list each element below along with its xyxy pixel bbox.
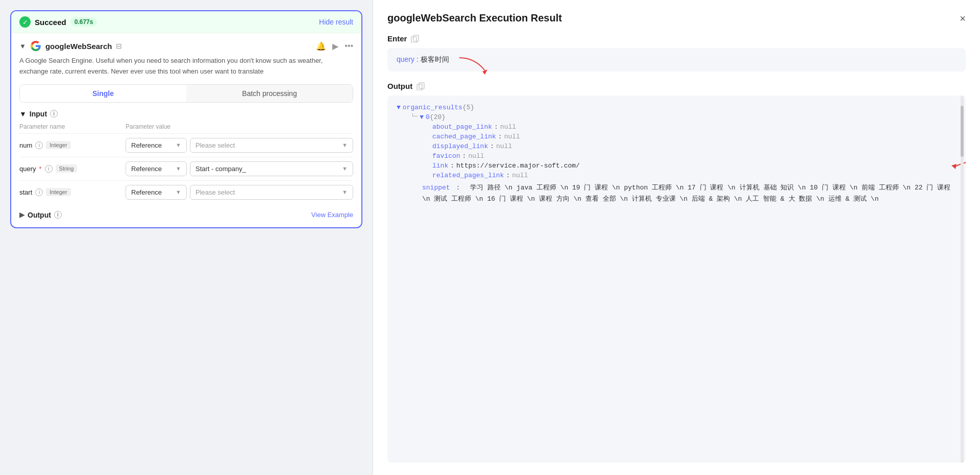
field-val-5: null	[512, 172, 528, 179]
param-num-value-chevron: ▼	[342, 142, 348, 148]
tab-single[interactable]: Single	[20, 85, 186, 102]
param-start-value-dropdown[interactable]: Please select ▼	[190, 185, 353, 200]
expand-input-icon[interactable]: ▼	[19, 110, 27, 118]
view-example-button[interactable]: View Example	[311, 211, 353, 219]
snippet-key: snippet	[422, 184, 450, 192]
param-num-value-dropdown[interactable]: Please select ▼	[190, 138, 353, 153]
param-value-cell-num: Reference ▼ Please select ▼	[126, 138, 353, 153]
enter-section-label: Enter	[387, 34, 966, 43]
field-val-3: null	[468, 152, 484, 160]
input-section: ▼ Input i Parameter name Parameter value…	[11, 110, 361, 211]
tree-field-link: link : https://service.major-soft.com/	[432, 162, 957, 170]
tree-child-count: {20}	[430, 113, 446, 121]
hide-result-button[interactable]: Hide result	[319, 18, 353, 26]
param-query-reference-dropdown[interactable]: Reference ▼	[126, 161, 187, 176]
param-start-value-chevron: ▼	[342, 189, 348, 195]
param-start-info-icon[interactable]: i	[35, 188, 43, 196]
output-box[interactable]: ▼ organic_results {5} └─ ▼ 0 {20} about_…	[387, 96, 966, 463]
tree-field-about_page_link: about_page_link : null	[432, 123, 957, 131]
field-val-0: null	[500, 123, 516, 131]
enter-copy-icon[interactable]	[411, 35, 419, 43]
enter-arrow-annotation	[454, 55, 495, 76]
close-button[interactable]: ×	[960, 13, 966, 23]
svg-rect-3	[419, 83, 424, 89]
field-val-4: https://service.major-soft.com/	[456, 162, 580, 170]
tool-card: ✓ Succeed 0.677s Hide result ▼ googleWeb…	[10, 10, 362, 228]
param-query-value-dropdown[interactable]: Start - company_ ▼	[190, 161, 353, 176]
param-num-reference-chevron: ▼	[176, 142, 181, 148]
tool-description: A Google Search Engine. Useful when you …	[11, 56, 361, 84]
param-name-header: Parameter name	[19, 123, 121, 130]
succeed-text: Succeed	[35, 18, 66, 27]
tree-root-count: {5}	[462, 104, 474, 111]
param-name-num: num	[19, 141, 32, 149]
param-num-value-label: Please select	[195, 141, 235, 149]
tree-field-favicon: favicon : null	[432, 152, 957, 160]
param-name-cell-query: query * i String	[19, 164, 121, 173]
tree-fields: about_page_link : null cached_page_link …	[397, 123, 957, 179]
query-key: query	[397, 55, 414, 63]
more-icon[interactable]: •••	[345, 41, 353, 51]
svg-marker-5	[951, 164, 957, 169]
play-icon[interactable]: ▶	[332, 41, 338, 51]
svg-rect-0	[413, 35, 419, 41]
output-header[interactable]: ▶ Output i	[19, 211, 62, 219]
output-copy-icon[interactable]	[416, 82, 425, 90]
param-name-start: start	[19, 188, 32, 196]
tool-actions: 🔔 ▶ •••	[316, 41, 353, 51]
param-name-cell-start: start i Integer	[19, 188, 121, 196]
scrollbar-thumb	[961, 106, 964, 157]
output-section: ▶ Output i View Example	[11, 211, 361, 227]
field-key-4: link	[432, 162, 448, 170]
tree-root-line: ▼ organic_results {5}	[397, 104, 957, 111]
param-row-query: query * i String Reference ▼ Start - com…	[19, 157, 353, 180]
svg-rect-1	[411, 37, 416, 43]
tree-snippet: snippet : 学习 路径 \n java 工程师 \n 19 门 课程 \…	[397, 182, 957, 205]
left-panel: ✓ Succeed 0.677s Hide result ▼ googleWeb…	[0, 0, 373, 475]
param-value-header: Parameter value	[126, 123, 353, 130]
param-query-info-icon[interactable]: i	[45, 165, 53, 173]
param-name-cell-num: num i Integer	[19, 141, 121, 149]
input-section-header: ▼ Input i	[19, 110, 353, 118]
field-key-0: about_page_link	[432, 123, 492, 131]
tree-root-expand[interactable]: ▼	[397, 104, 401, 111]
param-num-reference-dropdown[interactable]: Reference ▼	[126, 138, 187, 153]
tree-field-displayed_link: displayed_link : null	[432, 142, 957, 150]
output-section-label: Output	[387, 82, 966, 90]
google-icon	[30, 40, 41, 52]
param-query-reference-label: Reference	[131, 165, 162, 173]
param-start-reference-dropdown[interactable]: Reference ▼	[126, 185, 187, 200]
tab-row: Single Batch processing	[19, 84, 353, 103]
output-info-icon[interactable]: i	[54, 211, 62, 219]
output-result-label: Output	[387, 82, 412, 90]
expand-output-icon: ▶	[19, 211, 24, 219]
param-num-reference-label: Reference	[131, 141, 162, 149]
tree-child-connector: └─	[411, 113, 418, 120]
param-header-row: Parameter name Parameter value	[19, 123, 353, 133]
param-num-type: Integer	[46, 141, 70, 149]
param-row-start: start i Integer Reference ▼ Please selec…	[19, 180, 353, 204]
param-query-value-chevron: ▼	[342, 165, 348, 172]
field-key-2: displayed_link	[432, 142, 488, 150]
scrollbar-track[interactable]	[961, 96, 964, 463]
field-key-5: related_pages_link	[432, 172, 504, 179]
param-row-num: num i Integer Reference ▼ Please select …	[19, 133, 353, 157]
param-query-type: String	[56, 164, 78, 173]
enter-label: Enter	[387, 34, 407, 43]
param-query-reference-chevron: ▼	[176, 165, 181, 172]
input-info-icon[interactable]: i	[50, 110, 58, 117]
bell-icon[interactable]: 🔔	[316, 41, 326, 51]
save-icon[interactable]: ⊟	[116, 42, 122, 50]
tree-child-key: 0	[426, 113, 430, 121]
tree-child-expand[interactable]: ▼	[420, 113, 424, 121]
tool-name-left: ▼ googleWebSearch ⊟	[19, 40, 122, 52]
param-query-required: *	[39, 165, 42, 173]
succeed-icon: ✓	[19, 16, 31, 28]
tab-batch[interactable]: Batch processing	[186, 85, 353, 102]
collapse-icon[interactable]: ▼	[19, 42, 26, 50]
param-num-info-icon[interactable]: i	[35, 141, 43, 149]
input-label: Input	[30, 110, 47, 118]
param-start-reference-chevron: ▼	[176, 189, 181, 195]
result-title: googleWebSearch Execution Result	[387, 12, 562, 24]
field-val-1: null	[504, 133, 520, 140]
